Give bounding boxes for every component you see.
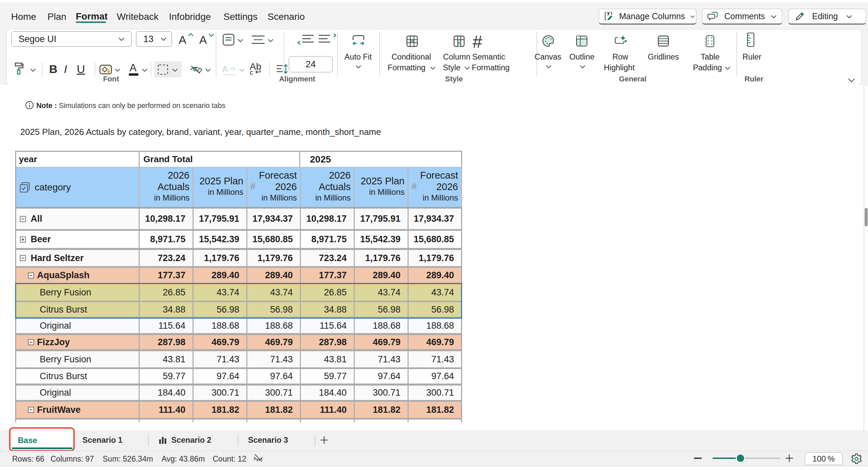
svg-text:A: A [222, 65, 228, 74]
